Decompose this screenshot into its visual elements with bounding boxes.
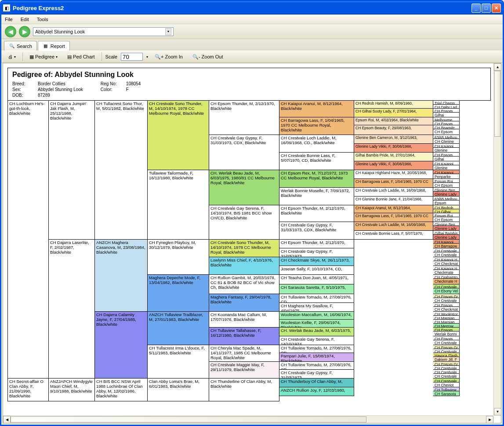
- pedigree-cell: Glenine Lady Vikki, F, 30/06/1966,: [354, 161, 433, 170]
- printer-icon: 🖨: [8, 54, 13, 59]
- pedigree-cell: CH Kaiapoi Aranui, M, 8/12/1964, Black/w…: [279, 101, 354, 117]
- pedigree-cell: CH Cheviot Je: [433, 382, 460, 387]
- pedigree-cell: Joseian Sally, F, 10/10/1974, CD,: [279, 266, 354, 275]
- pedigree-cell: CH Kaiapoi H: [433, 266, 460, 270]
- pedigree-cell: CH Epsom Gr: [433, 362, 460, 366]
- horizontal-scrollbar[interactable]: ◀ ▶: [3, 415, 493, 423]
- pedigree-column: CH Epsom Thunder, M, 2/12/1970, Black/wh…: [209, 101, 279, 401]
- pedigree-cell: CH Kaiapoi Ar: [433, 170, 460, 174]
- vertical-scrollbar[interactable]: ▲ ▼: [493, 63, 501, 415]
- pedigree-cell: CH Kaiapoi Til: [433, 144, 460, 148]
- pedigree-cell: CH Woolestor: [433, 312, 460, 316]
- pedigree-cell: CH Epsom Rex, M, 7/12/1972, 1973 CC Melb…: [279, 170, 354, 188]
- pedigree-cell: CH Epsom Thunder, M, 2/12/1970, Black/wh…: [279, 205, 354, 222]
- pedigree-cell: CH Koonanda Mac Callum, M, 17/07/1976, B…: [209, 312, 279, 328]
- pedigree-cell: Gilhai Bambile: [433, 157, 460, 161]
- pedigree-cell: CH Crestvale Loch Laddie, M, 16/09/1968,…: [279, 135, 354, 153]
- pedigree-cell: CH Merrow Fir: [433, 324, 460, 328]
- scroll-down-button[interactable]: ▼: [494, 408, 501, 415]
- pedigree-cell: CH Crestvale Maggie May, F, 29/11/1979, …: [209, 362, 279, 379]
- pedigree-cell: Maghera Fantasy, F, 29/04/1978, Black/wh…: [209, 294, 279, 312]
- zoom-in-button[interactable]: 🔍+Zoom In: [152, 52, 186, 61]
- pedigree-cell: Glenine Lady: [433, 235, 460, 240]
- zoom-in-icon: 🔍+: [155, 54, 163, 60]
- menu-tools[interactable]: Tools: [37, 17, 48, 22]
- menubar: File Edit Tools: [1, 15, 503, 24]
- minimize-button[interactable]: _: [471, 4, 481, 13]
- tab-search[interactable]: 🔍 Search: [4, 41, 37, 51]
- pedigree-cell: CH Epsom Thunder, M, 2/12/1970,: [279, 240, 354, 248]
- close-button[interactable]: ✕: [492, 4, 501, 13]
- nav-back-button[interactable]: ◀: [5, 26, 16, 37]
- pedigree-cell: CH Tullaview: [433, 387, 460, 391]
- pedigree-cell: Epsom Heathe: [433, 200, 460, 205]
- pedigree-cell: ANZCH Maghera Casanova, M, 23/08/1984, B…: [95, 240, 148, 312]
- pedigree-cell: CH Kaiapoi Til: [433, 161, 460, 165]
- pedigree-cell: CH Crestvale Bonnie Lass, F, 5/07/1970,: [354, 231, 433, 240]
- pedigree-cell: CH Rullion Gambit, M, 20/03/1978, CC 81 …: [209, 275, 279, 294]
- pedigree-cell: Epsom Roi, M, 4/02/1964, Black/white: [354, 117, 433, 125]
- zoom-out-button[interactable]: 🔍-Zoom Out: [189, 52, 226, 61]
- menu-edit[interactable]: Edit: [21, 17, 29, 22]
- scroll-thumb[interactable]: [494, 71, 500, 137]
- pedigree-cell: CH Dajarra Laserlite, F, 2/02/1987, Blac…: [49, 240, 95, 379]
- pedigree-column: CH Crestvale Sono Thunder, M, 14/10/1974…: [148, 101, 209, 401]
- titlebar: ◧ Pedigree Express2 _ □ ✕: [1, 1, 503, 15]
- pedigree-cell: CH Barragowa Lass, F, 1/04/1965, 1970 CC…: [279, 117, 354, 135]
- pedigree-cell: CH Redrob Hamish, M, 8/09/1960,: [354, 101, 433, 109]
- scroll-left-button[interactable]: ◀: [3, 416, 11, 423]
- pedigree-cell: CH Epsom Th: [433, 303, 460, 307]
- print-button[interactable]: 🖨▾: [5, 52, 19, 61]
- pedigree-cell: CH Crestvale: [433, 374, 460, 379]
- pedigree-cell: Glenine Lady: [433, 226, 460, 231]
- scroll-thumb[interactable]: [11, 416, 366, 422]
- pedigree-cell: Gilhai Bambis Pride, M, 27/01/1964,: [354, 153, 433, 161]
- pedigree-column: CH Redrob Hamish, M, 8/09/1960,CH Gilhai…: [354, 101, 433, 401]
- nav-forward-button[interactable]: ▶: [19, 26, 30, 37]
- record-combo[interactable]: Abbydel Stunning Look ▾: [33, 27, 174, 36]
- scale-input[interactable]: [121, 53, 143, 61]
- pedigree-cell: ANZCH Rullion Joy, F, 12/03/1980,: [279, 387, 354, 396]
- pedigree-cell: CH Epsom Gr: [433, 294, 460, 298]
- pedigree-cell: ANZJAPCH Windygyle Maori Chief, M, 9/10/…: [49, 379, 95, 401]
- pedigree-cell: Glenine Lady: [433, 192, 460, 197]
- pedigree-cell: CH Epsom Bir: [433, 129, 460, 135]
- tab-bar: 🔍 Search ▦ Report: [1, 39, 503, 51]
- pedigree-chart: CH Lochburn He's-got-th-look, Black/whit…: [7, 101, 491, 401]
- chevron-down-icon[interactable]: ▾: [165, 28, 171, 35]
- pedigree-cell: CH Crestvale: [433, 252, 460, 257]
- pedigree-cell: Werlak Bonni: [433, 331, 460, 336]
- pedigree-dropdown[interactable]: ▦Pedigree▾: [26, 52, 61, 61]
- pedchart-button[interactable]: ▤Ped Chart: [64, 52, 98, 61]
- pedigree-cell: CH Lochburn He's-got-th-look, Black/whit…: [8, 101, 49, 379]
- pedigree-cell: CH. Werlak Beau Jade, M, 6/03/1975,: [279, 328, 354, 336]
- maximize-button[interactable]: □: [482, 4, 491, 13]
- pedigree-cell: CH Tullaview Tornado, M, 27/08/1976, CD,: [279, 294, 354, 303]
- chevron-down-icon[interactable]: ▾: [146, 55, 148, 59]
- pedigree-cell: CH Glenine Je: [433, 139, 460, 144]
- pedigree-header: Pedigree of: Abbydel Stunning Look Breed…: [7, 68, 491, 101]
- pedigree-cell: CH Kaiapoi H: [433, 257, 460, 261]
- pedigree-cell: Checkmate La: [433, 270, 460, 275]
- pedigree-cell: CH Tullaview Tallahasse, F, 16/12/1980, …: [209, 328, 279, 345]
- pedigree-cell: CH Kaiapoi Aranui, M, 8/12/1964,: [354, 205, 433, 213]
- pedigree-cell: CH Teaoha Don Juan, M, 4/05/1971,: [279, 275, 354, 284]
- pedigree-cell: ANZCH Tullaview Trailblazer, M, 27/01/19…: [148, 312, 209, 345]
- scroll-up-button[interactable]: ▲: [494, 63, 501, 71]
- pedigree-cell: Tullaview Tailormade, F, 16/12/1980, Bla…: [148, 170, 209, 240]
- scroll-right-button[interactable]: ▶: [486, 416, 493, 423]
- pedigree-cell: CH Glenine Bonnie Jane, F, 21/04/1966,: [354, 197, 433, 205]
- window-title: Pedigree Express2: [13, 5, 471, 11]
- pedigree-cell: CH Crestvale: [433, 298, 460, 303]
- pedigree-cell: CH Crestvale Loch Laddie, M, 16/09/1968,: [354, 188, 433, 197]
- pedigree-cell: CH Epsom Re: [433, 328, 460, 331]
- tab-report[interactable]: ▦ Report: [38, 41, 70, 51]
- pedigree-cell: CH Crestvale: [433, 379, 460, 382]
- pedigree-cell: CH Secret-affair O Clan Abby, F, 21/09/1…: [8, 379, 49, 401]
- pedigree-cell: Glenine Ben Cameron, M, 3/12/1963,: [354, 135, 433, 144]
- pedigree-cell: CH Crestvale Gay Gypsy, F, 31/03/1973,: [279, 370, 354, 379]
- pedigree-cell: Trial Champ E: [433, 101, 460, 105]
- pedigree-cell: CH Dalry Lad: [433, 105, 460, 109]
- pedigree-cell: CH Crestvale Bonnie Lass, F, 5/07/1970, …: [279, 153, 354, 170]
- menu-file[interactable]: File: [5, 17, 13, 22]
